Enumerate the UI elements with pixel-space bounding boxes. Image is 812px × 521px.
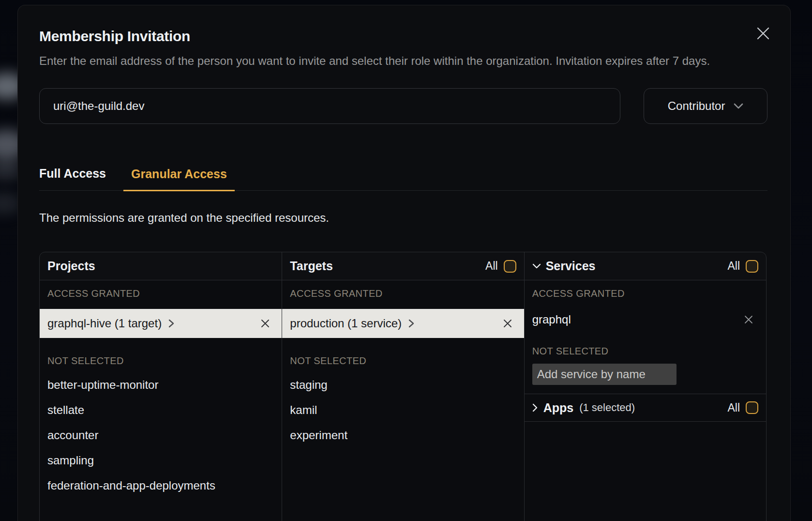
- apps-selected-count: (1 selected): [579, 401, 635, 414]
- chevron-right-icon: [408, 319, 414, 328]
- services-all-checkbox[interactable]: [746, 260, 758, 273]
- remove-project-icon[interactable]: [260, 319, 270, 328]
- targets-all-checkbox[interactable]: [504, 260, 516, 273]
- selected-target-name: production (1 service): [290, 317, 402, 330]
- tab-full-access[interactable]: Full Access: [39, 167, 106, 190]
- close-icon: [757, 27, 769, 40]
- membership-invitation-dialog: Membership Invitation Enter the email ad…: [17, 5, 791, 521]
- dialog-title: Membership Invitation: [39, 28, 767, 45]
- project-list-item[interactable]: better-uptime-monitor: [40, 372, 282, 398]
- target-list-item[interactable]: kamil: [282, 398, 524, 423]
- chevron-right-icon: [168, 319, 174, 328]
- apps-select-all[interactable]: All: [727, 401, 758, 414]
- access-granted-label: ACCESS GRANTED: [532, 288, 758, 299]
- targets-list: stagingkamilexperiment: [282, 372, 524, 448]
- targets-all-label: All: [485, 260, 498, 273]
- projects-title: Projects: [47, 259, 95, 273]
- remove-target-icon[interactable]: [503, 319, 512, 328]
- role-select-value: Contributor: [668, 99, 725, 113]
- role-select[interactable]: Contributor: [644, 88, 767, 124]
- targets-header: Targets All: [282, 252, 524, 280]
- tab-granular-access[interactable]: Granular Access: [123, 167, 235, 191]
- email-input[interactable]: [39, 88, 620, 124]
- project-list-item[interactable]: federation-and-app-deployments: [40, 473, 282, 498]
- chevron-right-icon: [532, 403, 538, 412]
- projects-column: Projects ACCESS GRANTED graphql-hive (1 …: [40, 252, 282, 521]
- services-all-label: All: [727, 260, 740, 273]
- chevron-down-icon: [734, 103, 743, 109]
- not-selected-label: NOT SELECTED: [47, 355, 274, 367]
- targets-column: Targets All ACCESS GRANTED production (1…: [282, 252, 524, 521]
- target-list-item[interactable]: staging: [282, 372, 524, 398]
- access-tabs: Full Access Granular Access: [39, 167, 767, 191]
- access-granted-label: ACCESS GRANTED: [290, 288, 516, 299]
- granted-service-name: graphql: [532, 313, 571, 326]
- not-selected-label: NOT SELECTED: [290, 355, 516, 367]
- services-select-all[interactable]: All: [727, 260, 758, 273]
- apps-all-label: All: [727, 401, 740, 414]
- resources-panel: Projects ACCESS GRANTED graphql-hive (1 …: [39, 252, 767, 521]
- services-title: Services: [546, 259, 596, 273]
- apps-section-header[interactable]: Apps (1 selected) All: [525, 394, 766, 422]
- selected-target-row[interactable]: production (1 service): [282, 309, 524, 338]
- selected-project-name: graphql-hive (1 target): [47, 317, 162, 330]
- chevron-down-icon: [532, 263, 541, 269]
- not-selected-label: NOT SELECTED: [532, 346, 758, 357]
- remove-service-icon[interactable]: [744, 315, 753, 324]
- project-list-item[interactable]: accounter: [40, 423, 282, 448]
- targets-title: Targets: [290, 259, 332, 273]
- services-header[interactable]: Services All: [525, 252, 766, 280]
- access-granted-label: ACCESS GRANTED: [47, 288, 274, 299]
- invite-row: Contributor: [39, 88, 767, 124]
- apps-title: Apps: [543, 401, 574, 415]
- permissions-note: The permissions are granted on the speci…: [39, 211, 767, 225]
- close-button[interactable]: [755, 26, 771, 41]
- selected-project-row[interactable]: graphql-hive (1 target): [40, 309, 282, 338]
- projects-header: Projects: [40, 252, 282, 280]
- apps-all-checkbox[interactable]: [746, 401, 758, 414]
- projects-list: better-uptime-monitorstellateaccountersa…: [40, 372, 282, 498]
- targets-select-all[interactable]: All: [485, 260, 516, 273]
- granted-service-row: graphql: [525, 308, 766, 331]
- services-column: Services All ACCESS GRANTED graphql NOT …: [524, 252, 766, 521]
- target-list-item[interactable]: experiment: [282, 423, 524, 448]
- project-list-item[interactable]: sampling: [40, 448, 282, 473]
- add-service-input[interactable]: [532, 364, 677, 385]
- project-list-item[interactable]: stellate: [40, 398, 282, 423]
- dialog-description: Enter the email address of the person yo…: [39, 52, 726, 70]
